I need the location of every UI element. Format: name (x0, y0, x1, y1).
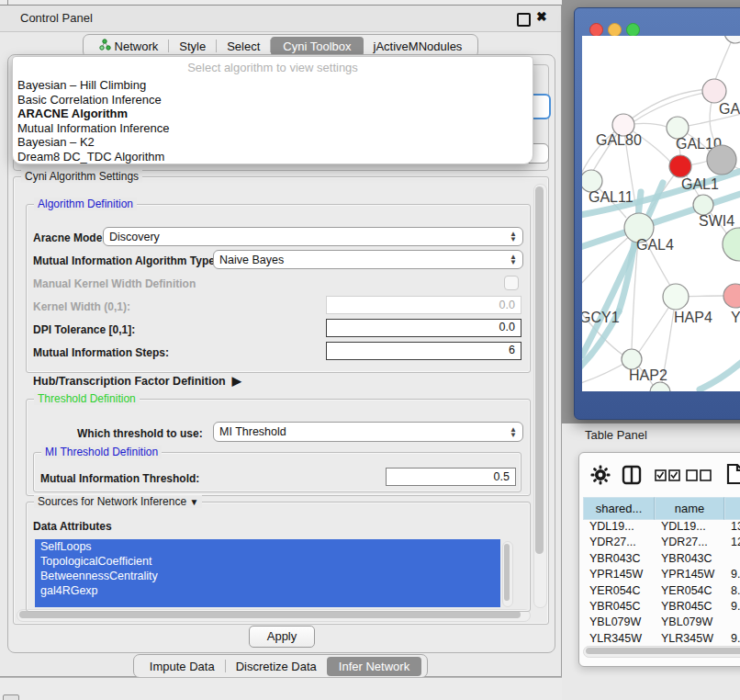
attribute-item[interactable]: SelfLoops (35, 539, 500, 554)
algorithm-option[interactable]: Bayesian – Hill Climbing (13, 78, 533, 93)
tab-style[interactable]: Style (169, 37, 216, 56)
network-node[interactable] (723, 228, 740, 261)
network-node-gal[interactable] (702, 79, 726, 103)
attribute-item[interactable]: TopologicalCoefficient (35, 554, 500, 569)
algorithm-option[interactable]: Mutual Information Inference (13, 121, 533, 136)
checked-pair-icon[interactable] (655, 469, 680, 485)
network-node-swi4[interactable] (693, 195, 713, 215)
mi-steps-label: Mutual Information Steps: (33, 346, 169, 359)
network-node-hap2[interactable] (622, 349, 642, 369)
bottom-tab-bar: Impute DataDiscretize DataInfer Network (0, 654, 561, 678)
network-edge-thick[interactable] (700, 339, 740, 390)
collapse-down-icon: ▼ (189, 497, 198, 507)
control-panel-title: Control Panel (20, 11, 93, 25)
column-header-3[interactable]: A (724, 497, 740, 520)
table-cell: YDR27... (655, 536, 724, 551)
application-window: Control Panel ✖ NetworkStyleSelectCyni T… (0, 0, 740, 700)
node-label: GAL4 (636, 237, 674, 253)
data-attributes-label: Data Attributes (33, 520, 112, 533)
control-panel: Control Panel ✖ NetworkStyleSelectCyni T… (0, 5, 562, 677)
tab-jactivemnodules[interactable]: jActiveMNodules (364, 37, 473, 56)
table-row[interactable]: YDL19...YDL19...13 (583, 520, 740, 536)
mi-threshold-field[interactable]: 0.5 (386, 468, 516, 486)
dpi-tolerance-field[interactable]: 0.0 (326, 319, 521, 337)
column-header-1[interactable]: shared... (583, 497, 655, 520)
close-traffic-light[interactable] (589, 23, 603, 37)
table-cell: 9. (724, 600, 740, 615)
table-cell: YDR27... (583, 536, 655, 551)
mi-steps-field[interactable]: 6 (326, 342, 521, 360)
mi-algorithm-type-label: Mutual Information Algorithm Type: (33, 254, 219, 267)
network-node-gal1[interactable] (669, 155, 691, 177)
algorithm-option[interactable]: Bayesian – K2 (13, 135, 533, 150)
hub-definition-toggle[interactable]: Hub/Transcription Factor Definition ▶ (33, 374, 241, 388)
table-row[interactable]: YBR043CYBR043C (583, 552, 740, 568)
table-body: YDL19...YDL19...13YDR27...YDR27...12YBR0… (583, 520, 740, 653)
cyni-settings-title: Cyni Algorithm Settings (21, 170, 142, 183)
network-node-y[interactable] (723, 284, 740, 308)
table-cell: YBL079W (655, 615, 724, 631)
network-node[interactable] (707, 145, 736, 175)
network-view-window: GALGAL80GAL10GAL1GAL11SWI4GAL4GCY1HAP4YH… (574, 7, 740, 420)
close-icon[interactable]: ✖ (536, 9, 547, 24)
network-canvas[interactable]: GALGAL80GAL10GAL1GAL11SWI4GAL4GCY1HAP4YH… (582, 36, 740, 391)
aracne-mode-select[interactable]: Discovery ▲▼ (103, 227, 523, 246)
mi-threshold-definition-title: MI Threshold Definition (41, 446, 162, 458)
data-attributes-list[interactable]: SelfLoopsTopologicalCoefficientBetweenne… (35, 539, 500, 607)
tab-cyni-toolbox[interactable]: Cyni Toolbox (271, 37, 363, 56)
dpi-tolerance-label: DPI Tolerance [0,1]: (33, 323, 135, 336)
table-panel-title: Table Panel (585, 428, 647, 442)
table-cell (724, 615, 740, 631)
spinner-arrows-icon: ▲▼ (510, 231, 517, 242)
table-header-row: shared...nameA (583, 497, 740, 520)
tab-impute-data[interactable]: Impute Data (140, 657, 225, 676)
table-cell: YDL19... (583, 520, 655, 536)
table-browser-window: shared...nameA YDL19...YDL19...13YDR27..… (578, 452, 740, 667)
split-columns-icon[interactable] (622, 465, 642, 489)
algorithm-option[interactable]: Dream8 DC_TDC Algorithm (13, 150, 533, 164)
table-cell: YPR145W (583, 568, 655, 583)
table-horizontal-scrollbar[interactable] (583, 646, 740, 658)
table-row[interactable]: YER054CYER054C8. (583, 584, 740, 600)
zoom-traffic-light[interactable] (626, 23, 640, 37)
node-label: SWI4 (699, 213, 734, 229)
table-row[interactable]: YDR27...YDR27...12 (583, 536, 740, 551)
sources-title[interactable]: Sources for Network Inference ▼ (34, 495, 202, 508)
node-label: HAP4 (674, 310, 712, 325)
mi-algorithm-type-select[interactable]: Naive Bayes ▲▼ (213, 250, 523, 269)
unchecked-pair-icon[interactable] (686, 469, 712, 485)
table-cell: 12 (724, 536, 740, 551)
kernel-width-field[interactable]: 0.0 (326, 296, 521, 314)
network-node[interactable] (650, 382, 670, 391)
gear-icon[interactable] (590, 465, 611, 489)
table-row[interactable]: YBL079WYBL079W (583, 615, 740, 631)
table-row[interactable]: YPR145WYPR145W9. (583, 568, 740, 583)
node-label: GCY1 (582, 310, 620, 325)
bottom-left-button[interactable] (3, 694, 19, 700)
attribute-item[interactable]: gal4RGexp (35, 583, 500, 598)
settings-vertical-scrollbar[interactable] (533, 184, 547, 608)
network-node[interactable] (724, 36, 740, 43)
tab-infer-network[interactable]: Infer Network (327, 657, 421, 676)
manual-kernel-width-checkbox[interactable] (504, 276, 519, 290)
algorithm-option[interactable]: Basic Correlation Inference (13, 93, 533, 107)
apply-button[interactable]: Apply (249, 626, 315, 648)
algorithm-option[interactable]: ARACNE Algorithm (13, 107, 533, 121)
document-icon[interactable] (726, 463, 740, 489)
table-cell: YPR145W (655, 568, 724, 583)
table-cell: YBR045C (583, 600, 655, 615)
algorithm-dropdown-popup: Select algorithm to view settings Bayesi… (12, 56, 533, 164)
float-window-icon[interactable] (517, 13, 531, 27)
which-threshold-select[interactable]: MI Threshold ▲▼ (213, 422, 523, 442)
column-header-2[interactable]: name (655, 497, 724, 520)
minimize-traffic-light[interactable] (608, 23, 622, 37)
attributes-list-scrollbar[interactable] (502, 541, 513, 607)
attribute-item[interactable]: BetweennessCentrality (35, 569, 500, 583)
tab-network[interactable]: Network (89, 36, 169, 56)
tab-select[interactable]: Select (217, 37, 270, 56)
network-node-hap4[interactable] (663, 284, 689, 310)
manual-kernel-width-label: Manual Kernel Width Definition (33, 277, 196, 290)
table-cell: YBR045C (655, 600, 724, 615)
table-row[interactable]: YBR045CYBR045C9. (583, 600, 740, 615)
tab-discretize-data[interactable]: Discretize Data (226, 657, 327, 676)
